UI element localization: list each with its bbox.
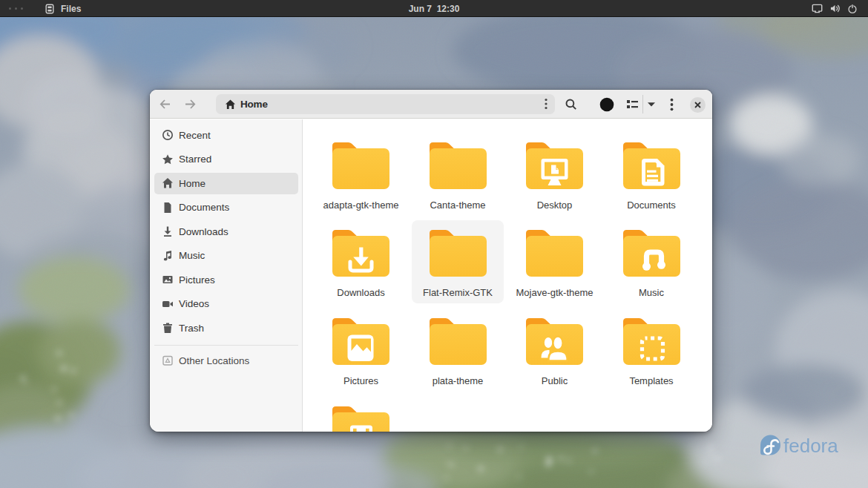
svg-text:fedora: fedora xyxy=(783,435,838,457)
